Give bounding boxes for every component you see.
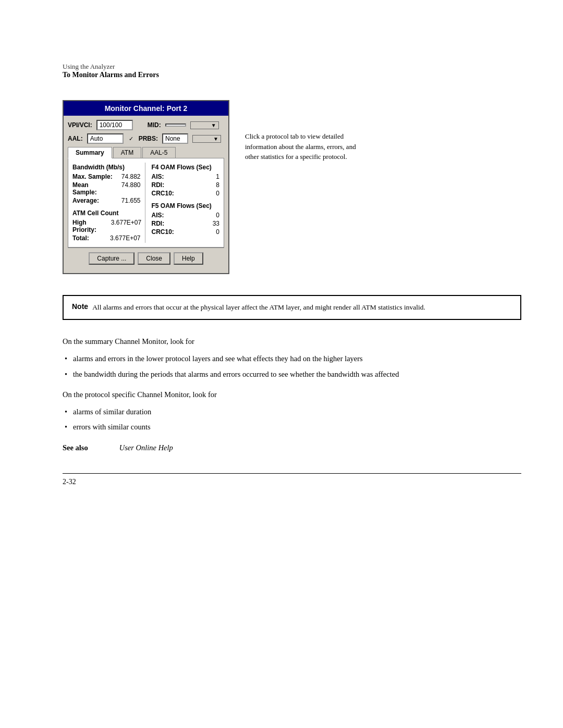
breadcrumb-line2: To Monitor Alarms and Errors bbox=[63, 71, 521, 79]
annotation-text: Click a protocol tab to view detailed in… bbox=[245, 100, 360, 162]
mean-sample-value: 74.880 bbox=[115, 181, 141, 196]
dialog-titlebar: Monitor Channel: Port 2 bbox=[64, 101, 228, 116]
f4-ais-label: AIS: bbox=[152, 173, 164, 180]
dialog-window: Monitor Channel: Port 2 VPI/VCI: 100/100… bbox=[63, 100, 229, 274]
help-button[interactable]: Help bbox=[174, 252, 203, 265]
bullet-list-1: alarms and errors in the lower protocol … bbox=[63, 353, 521, 380]
vpivci-label: VPI/VCI: bbox=[68, 121, 92, 129]
f5-rdi-value: 33 bbox=[193, 220, 219, 227]
f4-rdi-label: RDI: bbox=[152, 181, 165, 189]
max-sample-value: 74.882 bbox=[115, 173, 141, 180]
content-columns: Bandwidth (Mb/s) Max. Sample: 74.882 Mea… bbox=[72, 163, 219, 243]
f4-ais-row: AIS: 1 bbox=[152, 173, 220, 180]
col-right: F4 OAM Flows (Sec) AIS: 1 RDI: 8 bbox=[145, 163, 220, 243]
bullet-2-1: alarms of similar duration bbox=[63, 406, 521, 418]
tab-summary[interactable]: Summary bbox=[68, 147, 112, 158]
mid-label: MID: bbox=[148, 121, 161, 129]
f4-crc10-row: CRC10: 0 bbox=[152, 190, 220, 197]
footer-rule bbox=[63, 473, 521, 474]
prbs-dropdown[interactable]: ▼ bbox=[192, 135, 221, 143]
prbs-label: PRBS: bbox=[139, 135, 158, 142]
mean-sample-label: Mean Sample: bbox=[72, 181, 115, 196]
f4-rdi-value: 8 bbox=[193, 181, 219, 189]
mid-dropdown[interactable]: ▼ bbox=[190, 121, 219, 129]
f4-crc10-value: 0 bbox=[193, 190, 219, 197]
see-also-row: See also User Online Help bbox=[63, 443, 521, 452]
prbs-input[interactable]: None bbox=[162, 133, 188, 144]
prbs-dropdown-arrow: ▼ bbox=[213, 136, 218, 142]
dialog-annotation-row: Monitor Channel: Port 2 VPI/VCI: 100/100… bbox=[63, 100, 521, 274]
tabs-row: Summary ATM AAL-5 bbox=[68, 147, 224, 158]
max-sample-label: Max. Sample: bbox=[72, 173, 113, 180]
bullet-1-1: alarms and errors in the lower protocol … bbox=[63, 353, 521, 365]
note-content: All alarms and errors that occur at the … bbox=[92, 302, 425, 313]
f5-crc10-label: CRC10: bbox=[152, 228, 174, 236]
average-value: 71.655 bbox=[115, 197, 141, 204]
col-left: Bandwidth (Mb/s) Max. Sample: 74.882 Mea… bbox=[72, 163, 145, 243]
dialog-body: VPI/VCI: 100/100 MID: ▼ AAL: Auto ✓ bbox=[64, 116, 228, 273]
mid-dropdown-arrow: ▼ bbox=[211, 122, 216, 128]
f4-oam-header: F4 OAM Flows (Sec) bbox=[152, 164, 220, 171]
average-label: Average: bbox=[72, 197, 99, 204]
see-also-value: User Online Help bbox=[119, 443, 173, 452]
tab-aal5[interactable]: AAL-5 bbox=[142, 147, 175, 158]
f5-rdi-label: RDI: bbox=[152, 220, 165, 227]
total-row: Total: 3.677E+07 bbox=[72, 235, 141, 242]
mean-sample-row: Mean Sample: 74.880 bbox=[72, 181, 141, 196]
page-number: 2-32 bbox=[63, 478, 521, 486]
tab-atm[interactable]: ATM bbox=[113, 147, 141, 158]
f5-ais-label: AIS: bbox=[152, 212, 164, 219]
f4-rdi-row: RDI: 8 bbox=[152, 181, 220, 189]
capture-button[interactable]: Capture ... bbox=[89, 252, 134, 265]
aal-label: AAL: bbox=[68, 135, 83, 142]
content-area: Bandwidth (Mb/s) Max. Sample: 74.882 Mea… bbox=[68, 158, 224, 248]
page: Using the Analyzer To Monitor Alarms and… bbox=[0, 0, 563, 728]
dialog-buttons: Capture ... Close Help bbox=[68, 248, 224, 269]
f4-ais-value: 1 bbox=[193, 173, 219, 180]
bullet-1-2: the bandwidth during the periods that al… bbox=[63, 368, 521, 380]
average-row: Average: 71.655 bbox=[72, 197, 141, 204]
vpivci-row: VPI/VCI: 100/100 MID: ▼ bbox=[68, 120, 224, 130]
high-priority-value: 3.677E+07 bbox=[111, 219, 141, 233]
close-button[interactable]: Close bbox=[138, 252, 170, 265]
mid-input[interactable] bbox=[165, 124, 186, 127]
f5-rdi-row: RDI: 33 bbox=[152, 220, 220, 227]
bullet-list-2: alarms of similar duration errors with s… bbox=[63, 406, 521, 433]
f4-crc10-label: CRC10: bbox=[152, 190, 174, 197]
f5-oam-header: F5 OAM Flows (Sec) bbox=[152, 202, 220, 209]
f5-crc10-row: CRC10: 0 bbox=[152, 228, 220, 236]
see-also-label: See also bbox=[63, 443, 88, 452]
f5-ais-row: AIS: 0 bbox=[152, 212, 220, 219]
main-content: Monitor Channel: Port 2 VPI/VCI: 100/100… bbox=[63, 100, 521, 486]
body-para2: On the protocol specific Channel Monitor… bbox=[63, 389, 521, 401]
note-label: Note bbox=[72, 302, 88, 311]
body-para1: On the summary Channel Monitor, look for bbox=[63, 336, 521, 348]
atm-cell-count-header: ATM Cell Count bbox=[72, 209, 141, 217]
high-priority-label: High Priority: bbox=[72, 219, 111, 233]
bandwidth-header: Bandwidth (Mb/s) bbox=[72, 164, 141, 171]
aal-input[interactable]: Auto bbox=[87, 133, 124, 144]
max-sample-row: Max. Sample: 74.882 bbox=[72, 173, 141, 180]
high-priority-row: High Priority: 3.677E+07 bbox=[72, 219, 141, 233]
breadcrumb: Using the Analyzer To Monitor Alarms and… bbox=[63, 63, 521, 79]
breadcrumb-line1: Using the Analyzer bbox=[63, 63, 521, 71]
aal-checkbox[interactable]: ✓ bbox=[129, 135, 133, 142]
total-label: Total: bbox=[72, 235, 89, 242]
note-box: Note All alarms and errors that occur at… bbox=[63, 295, 521, 320]
total-value: 3.677E+07 bbox=[110, 235, 140, 242]
bullet-2-2: errors with similar counts bbox=[63, 421, 521, 433]
f5-crc10-value: 0 bbox=[193, 228, 219, 236]
vpivci-input[interactable]: 100/100 bbox=[96, 120, 133, 130]
f5-ais-value: 0 bbox=[193, 212, 219, 219]
aal-row: AAL: Auto ✓ PRBS: None ▼ bbox=[68, 133, 224, 144]
